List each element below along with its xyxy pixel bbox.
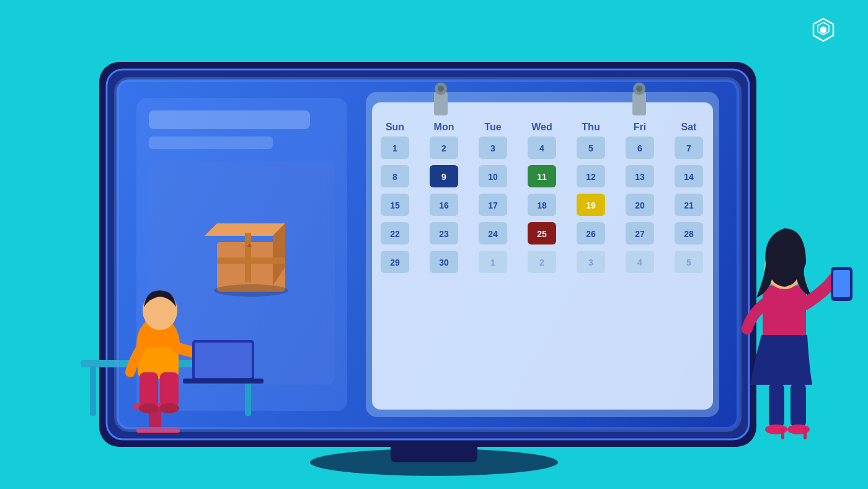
svg-marker-2 (820, 26, 826, 34)
hexagon-logo-icon (810, 17, 837, 45)
logo (810, 17, 843, 45)
background (0, 0, 868, 489)
